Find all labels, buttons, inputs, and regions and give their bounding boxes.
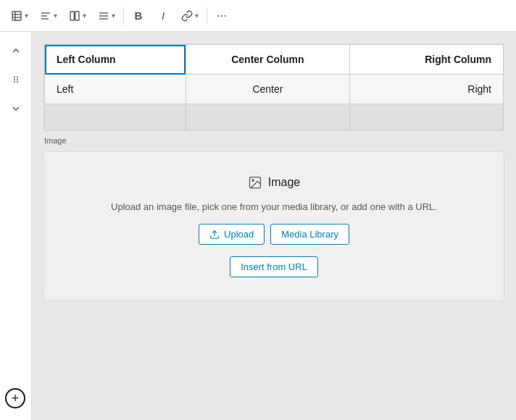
text-align-button[interactable]: ▾ <box>93 4 120 28</box>
left-cell-2[interactable] <box>45 104 186 130</box>
svg-rect-8 <box>75 12 79 20</box>
svg-rect-0 <box>12 12 21 20</box>
svg-point-17 <box>14 79 15 80</box>
left-column-header[interactable]: Left Column <box>45 45 186 75</box>
upload-button-label: Upload <box>224 229 254 240</box>
editor-toolbar: ▾ ▾ ▾ ▾ B I ▾ <box>0 0 516 32</box>
link-chevron: ▾ <box>195 12 199 20</box>
bold-button[interactable]: B <box>127 4 150 28</box>
drag-icon <box>10 74 22 85</box>
add-block-icon: + <box>12 392 20 405</box>
upload-icon <box>209 230 220 240</box>
collapse-up-button[interactable] <box>3 38 29 64</box>
link-button[interactable]: ▾ <box>176 4 204 28</box>
add-block-button[interactable]: + <box>5 388 25 408</box>
center-column-header[interactable]: Center Column <box>186 45 349 75</box>
svg-rect-7 <box>70 12 74 20</box>
table-row <box>45 104 504 130</box>
image-title-text: Image <box>268 176 300 189</box>
right-column-header[interactable]: Right Column <box>350 45 504 75</box>
text-align-chevron: ▾ <box>112 12 115 20</box>
svg-point-13 <box>221 15 222 17</box>
link-icon <box>181 10 193 22</box>
center-cell-1[interactable]: Center <box>186 75 349 104</box>
main-content: Left Column Center Column Right Column L… <box>32 32 516 420</box>
svg-point-15 <box>14 77 15 78</box>
block-label: Image <box>44 136 67 145</box>
media-library-button[interactable]: Media Library <box>270 224 349 245</box>
align-left-chevron: ▾ <box>54 12 57 20</box>
image-block-description: Upload an image file, pick one from your… <box>111 201 437 212</box>
svg-point-14 <box>225 15 226 17</box>
align-left-button[interactable]: ▾ <box>35 4 62 28</box>
chevron-up-icon <box>10 45 22 56</box>
svg-point-12 <box>217 15 219 17</box>
left-sidebar: + <box>0 32 32 420</box>
divider-1 <box>123 7 124 25</box>
left-cell-1[interactable]: Left <box>45 75 186 104</box>
svg-point-18 <box>17 79 18 80</box>
table-header-row: Left Column Center Column Right Column <box>45 45 504 75</box>
svg-point-19 <box>14 81 15 83</box>
upload-button[interactable]: Upload <box>199 224 265 245</box>
collapse-down-button[interactable] <box>3 96 29 122</box>
image-block-title: Image <box>248 175 300 190</box>
table-icon <box>11 10 22 22</box>
image-block: Image Upload an image file, pick one fro… <box>43 151 504 301</box>
insert-url-label: Insert from URL <box>241 261 307 272</box>
divider-2 <box>207 7 207 25</box>
svg-point-16 <box>17 77 18 78</box>
drag-handle-button[interactable] <box>3 67 29 93</box>
italic-button[interactable]: I <box>151 4 175 28</box>
more-options-button[interactable] <box>210 4 233 28</box>
bold-icon: B <box>135 9 143 22</box>
more-icon <box>216 10 228 22</box>
media-library-label: Media Library <box>281 229 338 240</box>
columns-icon <box>69 10 80 22</box>
content-table: Left Column Center Column Right Column L… <box>44 44 504 130</box>
image-block-actions: Upload Media Library <box>199 224 349 245</box>
table-chevron: ▾ <box>25 12 28 20</box>
svg-point-22 <box>252 180 254 182</box>
svg-point-20 <box>17 81 18 83</box>
right-cell-2[interactable] <box>350 104 504 130</box>
insert-url-button[interactable]: Insert from URL <box>230 256 318 277</box>
align-left-icon <box>40 10 51 22</box>
text-align-icon <box>98 10 109 22</box>
columns-button[interactable]: ▾ <box>64 4 91 28</box>
italic-icon: I <box>162 9 165 22</box>
right-cell-1[interactable]: Right <box>350 75 504 104</box>
columns-chevron: ▾ <box>83 12 86 20</box>
image-icon <box>248 175 262 190</box>
table-row: Left Center Right <box>45 75 504 104</box>
table-block: Left Column Center Column Right Column L… <box>43 43 504 131</box>
center-cell-2[interactable] <box>186 104 349 130</box>
chevron-down-icon <box>10 103 22 114</box>
table-view-button[interactable]: ▾ <box>6 4 33 28</box>
table-wrapper: Left Column Center Column Right Column L… <box>44 44 504 130</box>
